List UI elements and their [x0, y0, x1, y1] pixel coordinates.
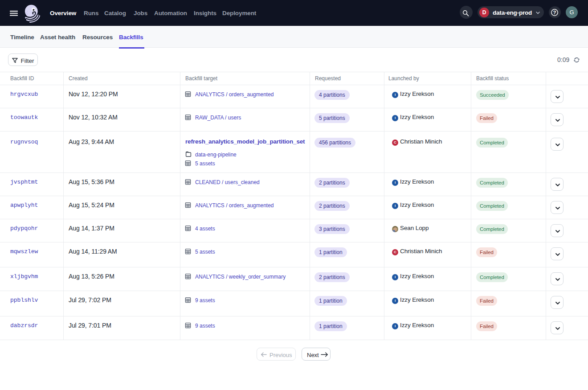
- svg-text:?: ?: [553, 10, 556, 15]
